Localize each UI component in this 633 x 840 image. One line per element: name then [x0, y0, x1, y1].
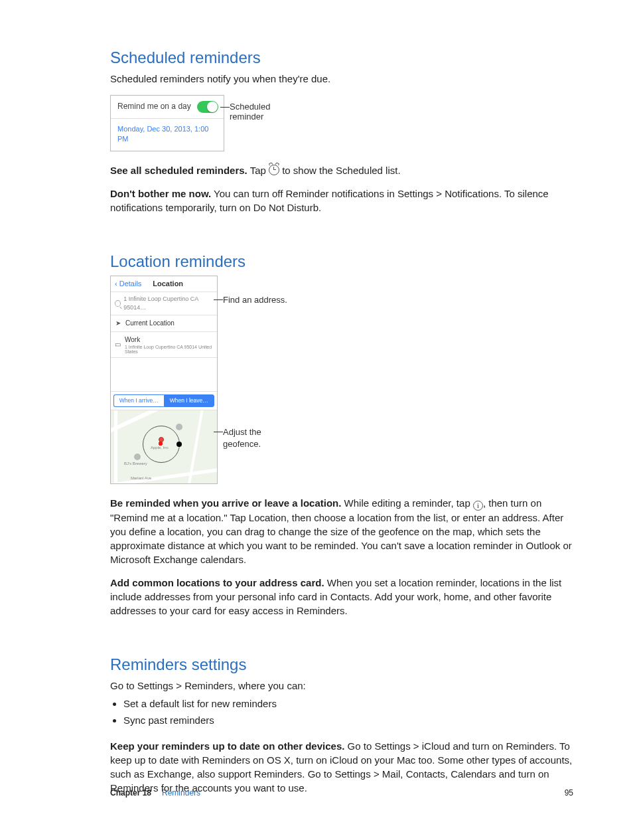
location-navbar: ‹ Details Location — [111, 276, 217, 292]
para-dont-bother-bold: Don't bother me now. — [110, 188, 211, 199]
figure-scheduled: Remind me on a day Monday, Dec 30, 2013,… — [110, 95, 573, 152]
settings-lead: Go to Settings > Reminders, where you ca… — [110, 679, 573, 693]
section-heading-settings: Reminders settings — [110, 653, 573, 676]
map-poi-icon — [134, 454, 141, 460]
para-add-common: Add common locations to your address car… — [110, 576, 573, 618]
search-text: 1 Infinite Loop Cupertino CA 95014… — [123, 295, 213, 311]
arrive-leave-segmented[interactable]: When I arrive… When I leave… — [111, 392, 217, 411]
section1-lead: Scheduled reminders notify you when they… — [110, 72, 573, 86]
list-gap — [111, 358, 217, 392]
alarm-clock-icon — [269, 165, 279, 175]
location-arrow-icon: ➤ — [115, 319, 121, 328]
work-label: Work — [125, 336, 140, 343]
remind-on-day-label: Remind me on a day — [117, 101, 191, 112]
back-details-button[interactable]: ‹ Details — [115, 279, 141, 289]
para-keep-updated: Keep your reminders up to date on other … — [110, 739, 573, 795]
callout-find-address: Find an address. — [223, 294, 287, 306]
figure-location: ‹ Details Location 1 Infinite Loop Cuper… — [110, 276, 573, 484]
current-location-item[interactable]: ➤ Current Location — [111, 315, 217, 332]
map-label-road: Mariani Ave — [131, 475, 151, 481]
para-keep-updated-bold: Keep your reminders up to date on other … — [110, 740, 344, 752]
para-dont-bother: Don't bother me now. You can turn off Re… — [110, 187, 573, 214]
para-add-common-bold: Add common locations to your address car… — [110, 577, 324, 588]
geofence-handle[interactable] — [176, 442, 182, 447]
para-see-all: See all scheduled reminders. Tap to show… — [110, 163, 573, 177]
location-panel: ‹ Details Location 1 Infinite Loop Cuper… — [110, 276, 218, 484]
settings-bullets: Set a default list for new reminders Syn… — [110, 697, 573, 727]
footer-title: Reminders — [162, 788, 200, 799]
para-be-reminded: Be reminded when you arrive or leave a l… — [110, 496, 573, 566]
map-view[interactable]: Apple, Inc BJ's Brewery Mariani Ave — [111, 410, 217, 483]
geofence-circle[interactable] — [143, 426, 180, 463]
current-location-label: Current Location — [125, 319, 175, 328]
remind-on-day-row[interactable]: Remind me on a day — [111, 96, 224, 119]
bullet-item: Sync past reminders — [123, 713, 573, 727]
contact-card-icon: ▭ — [115, 340, 121, 349]
search-icon — [115, 300, 121, 307]
map-label-apple: Apple, Inc — [151, 445, 169, 450]
footer-chapter: Chapter 18 — [110, 788, 151, 799]
section-heading-location: Location reminders — [110, 250, 573, 273]
section-heading-scheduled: Scheduled reminders — [110, 46, 573, 69]
figure-location-callouts: Find an address. Adjust the geofence. — [223, 276, 316, 468]
callout-scheduled-reminder: Scheduled reminder — [230, 102, 270, 122]
toggle-switch-on[interactable] — [197, 101, 218, 113]
scheduled-card: Remind me on a day Monday, Dec 30, 2013,… — [110, 95, 224, 152]
callout-adjust-geofence: Adjust the geofence. — [223, 426, 261, 450]
segment-leave[interactable]: When I leave… — [164, 394, 215, 408]
segment-arrive[interactable]: When I arrive… — [113, 394, 164, 408]
work-location-item[interactable]: ▭ Work 1 Infinite Loop Cupertino CA 9501… — [111, 332, 217, 358]
scheduled-datetime[interactable]: Monday, Dec 30, 2013, 1:00 PM — [111, 119, 224, 151]
back-details-label: Details — [119, 280, 142, 288]
callout-line2: reminder — [230, 112, 263, 122]
footer-page-number: 95 — [565, 788, 573, 799]
callout-line1: Scheduled — [230, 102, 270, 112]
map-label-bj: BJ's Brewery — [124, 461, 147, 466]
para-see-all-a: Tap — [247, 165, 269, 176]
para-be-reminded-a: While editing a reminder, tap — [341, 497, 472, 509]
para-see-all-b: to show the Scheduled list. — [279, 165, 401, 176]
callout-geo-l2: geofence. — [223, 439, 261, 449]
map-poi-icon — [176, 424, 182, 430]
para-see-all-bold: See all scheduled reminders. — [110, 165, 247, 176]
para-be-reminded-bold: Be reminded when you arrive or leave a l… — [110, 497, 341, 509]
location-search-row[interactable]: 1 Infinite Loop Cupertino CA 95014… — [111, 292, 217, 315]
work-sublabel: 1 Infinite Loop Cupertino CA 95014 Unite… — [125, 345, 213, 354]
info-icon: i — [473, 501, 483, 511]
page-footer: Chapter 18 Reminders 95 — [110, 788, 573, 799]
bullet-item: Set a default list for new reminders — [123, 697, 573, 711]
callout-geo-l1: Adjust the — [223, 427, 261, 437]
navbar-title: Location — [141, 279, 213, 289]
